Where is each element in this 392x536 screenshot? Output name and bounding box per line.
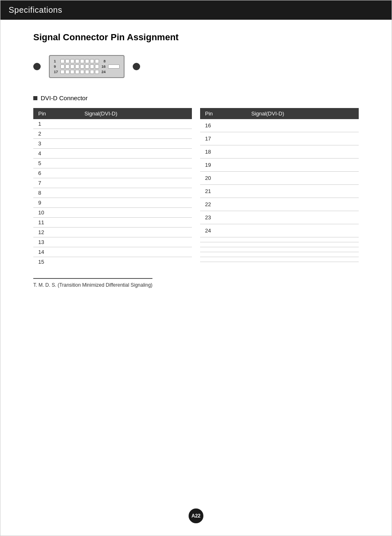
pin bbox=[70, 59, 74, 63]
section-title: Signal Connector Pin Assignment bbox=[33, 32, 359, 43]
table-row: 9 bbox=[33, 198, 192, 208]
right-table-header-pin: Pin bbox=[200, 108, 246, 119]
signal-value bbox=[246, 158, 359, 171]
table-row: 16 bbox=[200, 119, 359, 132]
pin bbox=[70, 64, 74, 69]
signal-value bbox=[246, 198, 359, 211]
table-row: 20 bbox=[200, 171, 359, 184]
signal-value bbox=[246, 211, 359, 224]
pin-number: 1 bbox=[33, 119, 79, 129]
pin-number bbox=[200, 252, 246, 257]
pin bbox=[90, 59, 94, 63]
pin bbox=[75, 59, 79, 63]
dot-right bbox=[133, 63, 140, 70]
table-row: 10 bbox=[33, 208, 192, 218]
tables-row: Pin Signal(DVI-D) 123456789101112131415 … bbox=[33, 108, 359, 267]
table-row: 5 bbox=[33, 159, 192, 168]
table-row bbox=[200, 252, 359, 257]
pin-block-row3 bbox=[60, 70, 99, 74]
page-header: Specifications bbox=[0, 0, 392, 20]
pin-block-row2 bbox=[60, 64, 99, 69]
pin-number: 16 bbox=[200, 119, 246, 132]
signal-value bbox=[79, 228, 192, 237]
signal-value bbox=[246, 119, 359, 132]
left-pin-table: Pin Signal(DVI-D) 123456789101112131415 bbox=[33, 108, 192, 267]
pin-number bbox=[200, 262, 246, 267]
pin-number: 10 bbox=[33, 208, 79, 218]
signal-value bbox=[79, 178, 192, 188]
left-table-header-signal: Signal(DVI-D) bbox=[79, 108, 192, 119]
signal-value bbox=[246, 257, 359, 262]
pin-number: 18 bbox=[200, 145, 246, 158]
connector-type-text: DVI-D Connector bbox=[41, 94, 88, 101]
dvi-row-2: 9 16 bbox=[54, 64, 120, 69]
signal-value bbox=[79, 257, 192, 267]
signal-value bbox=[246, 184, 359, 198]
pin bbox=[75, 64, 79, 69]
pin bbox=[65, 70, 69, 74]
signal-value bbox=[79, 149, 192, 159]
signal-value bbox=[246, 247, 359, 252]
pin-block-row1 bbox=[60, 59, 99, 63]
pin bbox=[80, 70, 84, 74]
signal-value bbox=[79, 119, 192, 129]
signal-value bbox=[79, 218, 192, 228]
pin-number: 20 bbox=[200, 171, 246, 184]
pin bbox=[95, 70, 99, 74]
pin-number bbox=[200, 247, 246, 252]
pin-number: 11 bbox=[33, 218, 79, 228]
table-row: 17 bbox=[200, 132, 359, 145]
signal-value bbox=[246, 252, 359, 257]
pin-number: 21 bbox=[200, 184, 246, 198]
table-row bbox=[200, 257, 359, 262]
row2-end-label: 16 bbox=[100, 64, 106, 69]
table-row: 7 bbox=[33, 178, 192, 188]
pin bbox=[80, 59, 84, 63]
pin bbox=[60, 70, 65, 74]
page-number: A22 bbox=[189, 508, 203, 523]
pin bbox=[90, 64, 94, 69]
signal-value bbox=[246, 242, 359, 247]
table-row: 4 bbox=[33, 149, 192, 159]
signal-value bbox=[79, 129, 192, 139]
pin-number: 17 bbox=[200, 132, 246, 145]
pin bbox=[80, 64, 84, 69]
row3-end-label: 24 bbox=[100, 70, 106, 74]
pin-number bbox=[200, 257, 246, 262]
table-row: 1 bbox=[33, 119, 192, 129]
signal-value bbox=[246, 171, 359, 184]
connector-type-label: DVI-D Connector bbox=[33, 94, 359, 101]
pin-number: 24 bbox=[200, 224, 246, 237]
pin bbox=[90, 70, 94, 74]
signal-value bbox=[79, 237, 192, 247]
pin-number: 2 bbox=[33, 129, 79, 139]
pin-number: 19 bbox=[200, 158, 246, 171]
table-row: 2 bbox=[33, 129, 192, 139]
signal-value bbox=[246, 145, 359, 158]
pin-number: 3 bbox=[33, 139, 79, 149]
pin bbox=[85, 59, 89, 63]
page-title: Specifications bbox=[9, 5, 62, 14]
pin bbox=[85, 70, 89, 74]
pin bbox=[95, 64, 99, 69]
flat-pin bbox=[108, 64, 120, 69]
signal-value bbox=[246, 237, 359, 242]
pin bbox=[75, 70, 79, 74]
table-row: 18 bbox=[200, 145, 359, 158]
row2-start-label: 9 bbox=[54, 64, 60, 69]
table-row bbox=[200, 237, 359, 242]
footnote: T. M. D. S. (Transition Minimized Differ… bbox=[33, 275, 359, 288]
signal-value bbox=[79, 168, 192, 178]
signal-value bbox=[79, 139, 192, 149]
left-table-header-pin: Pin bbox=[33, 108, 79, 119]
table-row: 12 bbox=[33, 228, 192, 237]
pin-number: 12 bbox=[33, 228, 79, 237]
table-row bbox=[200, 247, 359, 252]
pin-number: 8 bbox=[33, 188, 79, 198]
pin bbox=[60, 59, 65, 63]
pin-number: 4 bbox=[33, 149, 79, 159]
signal-value bbox=[79, 247, 192, 257]
table-row: 19 bbox=[200, 158, 359, 171]
pin bbox=[60, 64, 65, 69]
pin-number: 15 bbox=[33, 257, 79, 267]
